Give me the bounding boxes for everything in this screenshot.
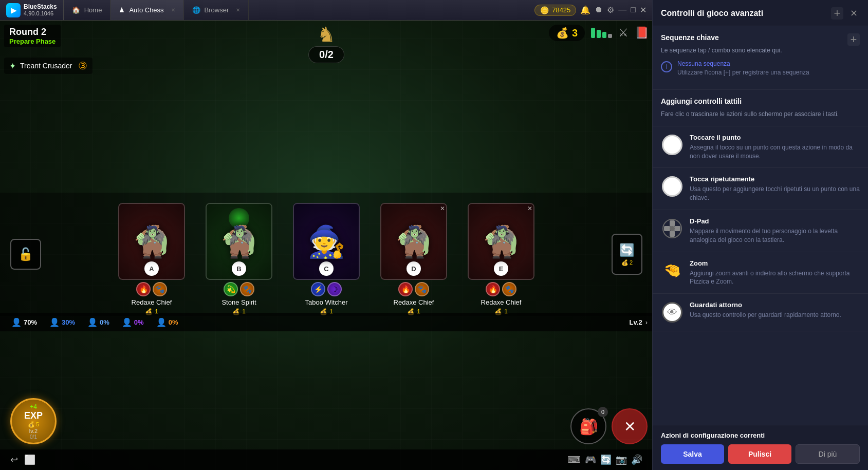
hero-portrait-b: 🧌 B: [206, 203, 272, 280]
section-controlli: Aggiungi controlli tattili Fare clic o t…: [653, 90, 868, 126]
browser-tab-icon: 🌐: [192, 6, 200, 14]
screenshot-icon[interactable]: 📷: [616, 454, 627, 465]
shop-bag-button[interactable]: 🎒 0: [570, 408, 606, 444]
repeat-touch-icon: [662, 176, 682, 197]
rotate-icon[interactable]: 🔄: [600, 454, 612, 465]
hero-card-d[interactable]: 🧌 D ✕ 🔥 🐾 Redaxe Chief 💰 1: [378, 203, 450, 315]
hero-portrait-c: 🧙 C: [293, 203, 360, 280]
control-dpad[interactable]: D-Pad Mappare il movimento del tuo perso…: [653, 210, 868, 252]
settings-icon[interactable]: ⚙: [607, 5, 614, 15]
hero-silhouette-e: 🧌: [482, 223, 521, 260]
seq-add-button[interactable]: +: [847, 33, 860, 46]
money-badge: 💰 3: [549, 25, 585, 41]
chevron-right-icon[interactable]: ›: [645, 318, 648, 326]
bottom-left-icons: ↩ ⬜: [10, 454, 35, 465]
home-bottom-icon[interactable]: ⬜: [24, 454, 35, 465]
center-score: ♞ 0/2: [308, 21, 344, 63]
autochess-tab-close[interactable]: ✕: [171, 7, 175, 13]
save-button[interactable]: Salva: [661, 444, 724, 464]
exp-button[interactable]: +4 EXP 💰 5 lv.2 0/1: [10, 398, 57, 444]
hero-card-c[interactable]: 🧙 C ⚡ ☽ Taboo Witcher 💰 1: [290, 203, 362, 315]
control-zoom[interactable]: 🤏 Zoom Aggiungi zoom avanti o indietro a…: [653, 252, 868, 294]
hero-silhouette-b: 🧌: [220, 223, 258, 260]
browser-tab-label: Browser: [205, 6, 229, 14]
hero-tags-a: 🔥 🐾: [136, 282, 167, 296]
svg-point-5: [670, 226, 675, 231]
hero-silhouette-c: 🧙: [307, 223, 346, 260]
minimize-icon[interactable]: —: [618, 5, 626, 15]
lock-button[interactable]: 🔓: [10, 239, 41, 270]
prog-icon-purple: 👤: [122, 317, 132, 327]
volume-icon[interactable]: 🔊: [631, 454, 642, 465]
panel-add-button[interactable]: +: [831, 7, 843, 20]
bs-version: 4.90.0.1046: [24, 10, 57, 17]
refresh-coin-icon: 💰: [621, 259, 629, 266]
no-seq-link: Nessuna sequenza: [677, 60, 809, 67]
game-hud-top: Round 2 Prepare Phase ✦ Treant Crusader …: [0, 21, 653, 87]
record-icon[interactable]: ⏺: [595, 5, 603, 15]
maximize-icon[interactable]: □: [631, 5, 636, 15]
prog-orange: 👤 0%: [150, 317, 184, 327]
controlli-desc: Fare clic o trascinare le azioni sullo s…: [661, 109, 860, 119]
svg-rect-1: [670, 220, 675, 227]
panel-footer: Azioni di configurazione correnti Salva …: [653, 425, 868, 470]
hero-tag-green-b: 💫: [224, 282, 238, 296]
hero-tag-red-e: 🔥: [486, 282, 500, 296]
dpad-ctrl-desc: Mappare il movimento del tuo personaggio…: [690, 227, 860, 245]
hero-card-b[interactable]: 🧌 B 💫 🐾 Stone Spirit 💰 1: [203, 203, 275, 315]
svg-rect-2: [670, 231, 675, 237]
panel-close-button[interactable]: ✕: [847, 7, 860, 20]
bs-icon: ▶: [6, 3, 21, 17]
topbar: ▶ BlueStacks 4.90.0.1046 🏠 Home ♟ Auto C…: [0, 0, 653, 21]
more-button[interactable]: Di più: [796, 444, 860, 464]
hero-tag-orange-d: 🐾: [415, 282, 429, 296]
prog-white-pct: 70%: [24, 318, 37, 326]
home-tab-label: Home: [84, 6, 102, 14]
bottom-bar: ↩ ⬜ ⌨ 🎮 🔄 📷 🔊: [0, 449, 653, 470]
autochess-tab-label: Auto Chess: [129, 6, 163, 14]
hero-card-e[interactable]: 🧌 E ✕ 🔥 🐾 Redaxe Chief 💰 1: [465, 203, 537, 315]
sword-icon[interactable]: ⚔: [618, 26, 629, 40]
touch-ctrl-title: Toccare il punto: [690, 134, 860, 141]
round-text: Round 2: [9, 27, 56, 37]
tab-autochess[interactable]: ♟ Auto Chess ✕: [110, 0, 183, 20]
eye-icon: 👁: [667, 307, 677, 318]
close-topbar-icon[interactable]: ✕: [640, 5, 647, 15]
hero-portrait-e: 🧌 E ✕: [468, 203, 534, 280]
zoom-hand-icon: 🤏: [663, 262, 681, 279]
hero-tag-orange-b: 🐾: [240, 282, 254, 296]
prepare-text: Prepare Phase: [9, 37, 56, 45]
tab-home[interactable]: 🏠 Home: [64, 0, 111, 20]
coin-icon: 🪙: [540, 6, 549, 14]
tab-browser[interactable]: 🌐 Browser ✕: [184, 0, 249, 20]
hero-name-a: Redaxe Chief: [132, 298, 172, 306]
topbar-right: 🪙 78425 🔔 ⏺ ⚙ — □ ✕: [534, 5, 653, 16]
hero-letter-d: D: [407, 261, 421, 276]
footer-buttons: Salva Pulisci Di più: [661, 444, 860, 464]
top-icons: 🔔 ⏺ ⚙ — □ ✕: [580, 5, 647, 15]
repeat-ctrl-desc: Usa questo per aggiungere tocchi ripetut…: [690, 185, 860, 202]
x-mark-d: ✕: [440, 205, 445, 212]
control-look[interactable]: 👁 Guardati attorno Usa questo controllo …: [653, 294, 868, 331]
panel-header: Controlli di gioco avanzati + ✕: [653, 0, 868, 26]
refresh-button[interactable]: 🔄 💰 2: [612, 234, 642, 275]
back-icon[interactable]: ↩: [10, 454, 18, 465]
touch-point-icon: [662, 135, 682, 155]
control-touch[interactable]: Toccare il punto Assegna il tocco su un …: [653, 126, 868, 168]
panel-header-actions: + ✕: [831, 7, 860, 20]
browser-tab-close[interactable]: ✕: [236, 7, 240, 13]
clear-button[interactable]: Pulisci: [728, 444, 791, 464]
hero-card-a[interactable]: 🧌 A 🔥 🐾 Redaxe Chief 💰 1: [116, 203, 188, 315]
keyboard-icon[interactable]: ⌨: [567, 454, 581, 465]
control-repeat[interactable]: Tocca ripetutamente Usa questo per aggiu…: [653, 168, 868, 210]
book-icon[interactable]: 📕: [635, 26, 649, 40]
close-shop-button[interactable]: ✕: [612, 408, 648, 444]
controlli-title: Aggiungi controlli tattili: [661, 97, 860, 105]
prog-blue: 👤 30%: [43, 317, 81, 327]
gamepad-icon[interactable]: 🎮: [585, 454, 596, 465]
notification-icon[interactable]: 🔔: [580, 5, 590, 15]
level-value: Lv.2: [630, 318, 642, 326]
shop-area: 🔓 🧌 A 🔥 🐾 Redaxe Chief 💰 1: [0, 193, 653, 316]
info-icon: i: [661, 61, 672, 72]
repeat-icon-box: [661, 175, 684, 198]
